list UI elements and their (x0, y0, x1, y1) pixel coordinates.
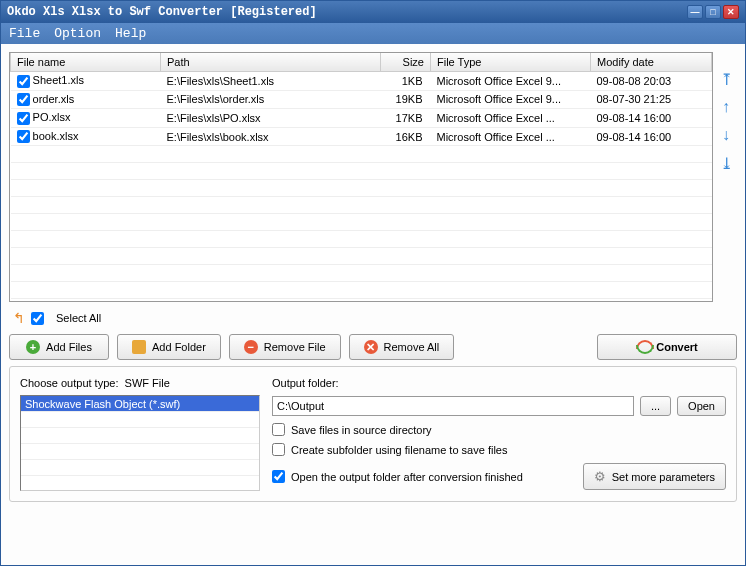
row-date: 09-08-14 16:00 (591, 109, 712, 128)
row-path: E:\Files\xls\PO.xlsx (161, 109, 381, 128)
menu-option[interactable]: Option (54, 26, 101, 41)
menu-help[interactable]: Help (115, 26, 146, 41)
add-files-button[interactable]: + Add Files (9, 334, 109, 360)
titlebar: Okdo Xls Xlsx to Swf Converter [Register… (1, 1, 745, 23)
row-type: Microsoft Office Excel ... (431, 127, 591, 146)
create-subfolder-checkbox[interactable] (272, 443, 285, 456)
table-row[interactable]: order.xlsE:\Files\xls\order.xls19KBMicro… (11, 90, 712, 109)
col-size[interactable]: Size (381, 53, 431, 72)
gear-icon: ⚙ (594, 469, 606, 484)
move-bottom-icon[interactable]: ⤓ (717, 154, 735, 172)
row-checkbox[interactable] (17, 112, 30, 125)
select-all-label: Select All (56, 312, 101, 324)
save-source-checkbox[interactable] (272, 423, 285, 436)
browse-button[interactable]: ... (640, 396, 671, 416)
row-size: 17KB (381, 109, 431, 128)
convert-button[interactable]: Convert (597, 334, 737, 360)
convert-icon (636, 340, 650, 354)
menu-file[interactable]: File (9, 26, 40, 41)
output-type-value: SWF File (125, 377, 170, 389)
minimize-button[interactable]: — (687, 5, 703, 19)
row-checkbox[interactable] (17, 130, 30, 143)
row-type: Microsoft Office Excel 9... (431, 90, 591, 109)
open-folder-button[interactable]: Open (677, 396, 726, 416)
row-path: E:\Files\xls\order.xls (161, 90, 381, 109)
set-parameters-button[interactable]: ⚙ Set more parameters (583, 463, 726, 490)
row-checkbox[interactable] (17, 75, 30, 88)
type-option-swf[interactable]: Shockwave Flash Object (*.swf) (21, 396, 259, 412)
row-date: 08-07-30 21:25 (591, 90, 712, 109)
x-icon: ✕ (364, 340, 378, 354)
plus-icon: + (26, 340, 40, 354)
window-title: Okdo Xls Xlsx to Swf Converter [Register… (7, 5, 687, 19)
output-type-list[interactable]: Shockwave Flash Object (*.swf) (20, 395, 260, 491)
row-path: E:\Files\xls\book.xlsx (161, 127, 381, 146)
save-source-label: Save files in source directory (291, 424, 432, 436)
folder-icon (132, 340, 146, 354)
table-row[interactable]: book.xlsxE:\Files\xls\book.xlsx16KBMicro… (11, 127, 712, 146)
row-checkbox[interactable] (17, 93, 30, 106)
table-row[interactable]: Sheet1.xlsE:\Files\xls\Sheet1.xls1KBMicr… (11, 72, 712, 91)
table-row[interactable]: PO.xlsxE:\Files\xls\PO.xlsx17KBMicrosoft… (11, 109, 712, 128)
row-path: E:\Files\xls\Sheet1.xls (161, 72, 381, 91)
open-after-checkbox[interactable] (272, 470, 285, 483)
menubar: File Option Help (1, 23, 745, 44)
open-after-label: Open the output folder after conversion … (291, 471, 523, 483)
move-top-icon[interactable]: ⤒ (717, 70, 735, 88)
output-folder-label: Output folder: (272, 377, 726, 389)
move-up-icon[interactable]: ↑ (717, 98, 735, 116)
row-date: 09-08-08 20:03 (591, 72, 712, 91)
row-size: 16KB (381, 127, 431, 146)
up-folder-icon[interactable]: ↰ (13, 310, 25, 326)
output-folder-input[interactable] (272, 396, 634, 416)
remove-file-button[interactable]: − Remove File (229, 334, 341, 360)
col-filetype[interactable]: File Type (431, 53, 591, 72)
row-type: Microsoft Office Excel ... (431, 109, 591, 128)
col-modify[interactable]: Modify date (591, 53, 712, 72)
create-subfolder-label: Create subfolder using filename to save … (291, 444, 507, 456)
select-all-checkbox[interactable] (31, 312, 44, 325)
output-type-label: Choose output type: (20, 377, 118, 389)
minus-icon: − (244, 340, 258, 354)
row-size: 19KB (381, 90, 431, 109)
maximize-button[interactable]: □ (705, 5, 721, 19)
add-folder-button[interactable]: Add Folder (117, 334, 221, 360)
move-down-icon[interactable]: ↓ (717, 126, 735, 144)
col-path[interactable]: Path (161, 53, 381, 72)
close-button[interactable]: ✕ (723, 5, 739, 19)
row-date: 09-08-14 16:00 (591, 127, 712, 146)
col-filename[interactable]: File name (11, 53, 161, 72)
file-list-table[interactable]: File name Path Size File Type Modify dat… (9, 52, 713, 302)
remove-all-button[interactable]: ✕ Remove All (349, 334, 455, 360)
row-type: Microsoft Office Excel 9... (431, 72, 591, 91)
row-size: 1KB (381, 72, 431, 91)
